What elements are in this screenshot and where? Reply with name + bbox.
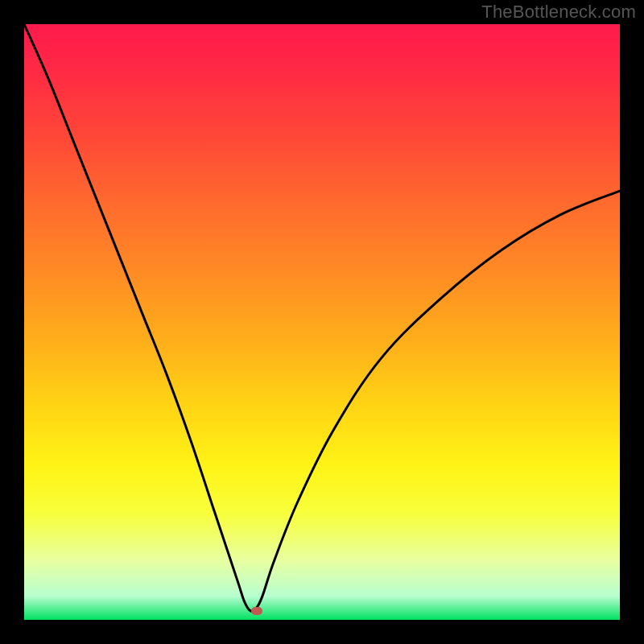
chart-plot-area — [24, 24, 620, 620]
watermark-text: TheBottleneck.com — [481, 2, 636, 23]
bottleneck-curve — [24, 24, 620, 620]
optimum-marker — [251, 607, 262, 615]
